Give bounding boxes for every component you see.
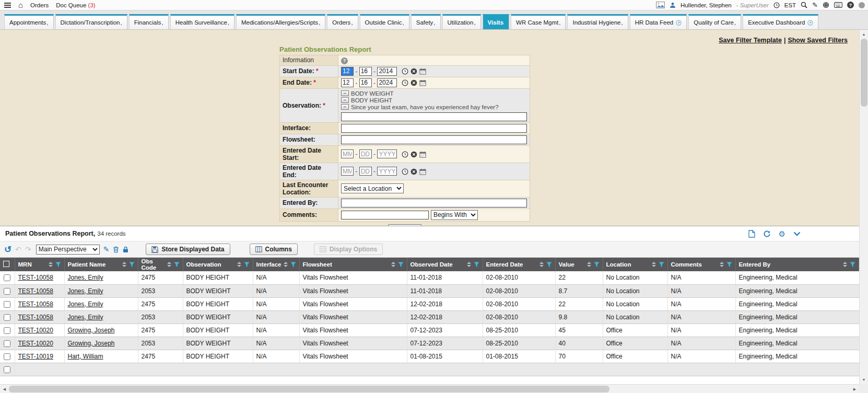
tab[interactable]: Industrial Hygiene, — [567, 14, 628, 29]
interface-input[interactable] — [341, 124, 527, 133]
save-filter-template-link[interactable]: Save Filter Template — [719, 37, 782, 44]
calendar-icon[interactable] — [419, 68, 426, 75]
end-date-month-input[interactable] — [341, 78, 354, 87]
menu-icon[interactable] — [4, 3, 11, 8]
tab[interactable]: Financials, — [129, 14, 169, 29]
current-time-icon[interactable] — [402, 79, 408, 86]
current-time-icon[interactable] — [402, 68, 408, 75]
calendar-icon[interactable] — [419, 79, 426, 86]
column-header[interactable]: Obs Code — [138, 258, 183, 271]
flowsheet-input[interactable] — [341, 135, 527, 144]
clock-icon[interactable] — [773, 2, 780, 8]
home-icon[interactable]: ⌂ — [18, 1, 23, 9]
comments-match-select[interactable]: Begins With — [431, 210, 478, 220]
remove-observation-button[interactable]: − — [341, 97, 349, 103]
refresh-icon[interactable] — [763, 230, 771, 238]
entered-date-end-year-input[interactable] — [377, 167, 397, 176]
reset-icon[interactable]: ↺ — [4, 245, 11, 254]
current-time-icon[interactable] — [402, 151, 408, 158]
patient-name-link[interactable]: Jones, Emily — [68, 287, 103, 295]
edit-perspective-icon[interactable]: ✎ — [103, 246, 110, 253]
entered-date-end-month-input[interactable] — [341, 167, 354, 176]
entered-date-end-day-input[interactable] — [359, 167, 372, 176]
redo-icon[interactable]: ↷ — [25, 246, 31, 253]
sort-icon[interactable] — [587, 262, 591, 267]
tab[interactable]: Visits — [483, 14, 509, 29]
sort-icon[interactable] — [237, 262, 241, 267]
observation-search-input[interactable] — [341, 112, 527, 121]
entered-date-start-year-input[interactable] — [377, 149, 397, 158]
mrn-link[interactable]: TEST-10058 — [18, 300, 53, 308]
tab[interactable]: HR Data Feed — [630, 14, 687, 29]
filter-funnel-icon[interactable] — [594, 262, 600, 268]
row-checkbox[interactable] — [4, 301, 10, 308]
tab[interactable]: Dictation/Transcription, — [55, 14, 127, 29]
lock-icon[interactable] — [123, 246, 128, 253]
mrn-link[interactable]: TEST-10058 — [18, 274, 53, 281]
globe-icon[interactable] — [823, 2, 829, 8]
column-header[interactable]: MRN — [15, 258, 64, 271]
tab[interactable]: Executive Dashboard — [743, 14, 818, 29]
column-header[interactable]: Value — [555, 258, 603, 271]
column-header[interactable]: Observed Date — [407, 258, 483, 271]
column-header[interactable]: Patient Name — [64, 258, 138, 271]
start-date-month-input[interactable] — [341, 67, 354, 76]
filter-funnel-icon[interactable] — [174, 262, 180, 268]
clear-date-icon[interactable] — [410, 79, 417, 86]
location-select[interactable]: Select a Location — [341, 183, 404, 193]
entered-by-input[interactable] — [341, 199, 527, 207]
mrn-link[interactable]: TEST-10019 — [18, 353, 53, 360]
filter-funnel-icon[interactable] — [129, 262, 135, 268]
column-header[interactable]: Observation — [183, 258, 253, 271]
mrn-link[interactable]: TEST-10020 — [18, 327, 53, 334]
sort-icon[interactable] — [49, 262, 53, 267]
entered-date-start-month-input[interactable] — [341, 149, 354, 158]
sort-icon[interactable] — [539, 262, 544, 267]
comments-input[interactable] — [341, 211, 429, 219]
orders-link[interactable]: Orders — [30, 2, 49, 8]
row-checkbox[interactable] — [4, 353, 10, 360]
end-date-year-input[interactable] — [377, 78, 397, 87]
row-checkbox[interactable] — [4, 327, 10, 334]
sort-icon[interactable] — [720, 262, 724, 267]
scroll-right-arrow[interactable]: ▶ — [850, 385, 859, 393]
export-document-icon[interactable] — [748, 230, 755, 238]
row-checkbox[interactable] — [4, 274, 10, 281]
calendar-icon[interactable] — [419, 151, 426, 158]
help-icon[interactable]: ? — [847, 2, 854, 8]
clear-date-icon[interactable] — [410, 151, 417, 158]
patient-name-link[interactable]: Growing, Joseph — [68, 340, 115, 347]
keyboard-icon[interactable] — [834, 2, 842, 8]
calendar-icon[interactable] — [419, 168, 426, 175]
filter-funnel-icon[interactable] — [398, 262, 404, 268]
horizontal-scrollbar[interactable]: ◀ ▶ — [0, 384, 859, 393]
store-displayed-data-button[interactable]: Store Displayed Data — [146, 244, 230, 255]
filter-funnel-icon[interactable] — [850, 262, 855, 268]
start-date-year-input[interactable] — [377, 67, 397, 76]
vertical-scroll-thumb[interactable] — [861, 39, 867, 107]
columns-button[interactable]: Columns — [250, 244, 298, 255]
tab[interactable]: Medications/Allergies/Scripts, — [236, 14, 325, 29]
sort-icon[interactable] — [843, 262, 847, 267]
patient-name-link[interactable]: Growing, Joseph — [68, 327, 115, 334]
filter-funnel-icon[interactable] — [726, 262, 732, 268]
column-header[interactable]: Flowsheet — [299, 258, 407, 271]
information-help-icon[interactable]: ? — [341, 57, 348, 64]
row-checkbox[interactable] — [4, 288, 10, 295]
end-date-day-input[interactable] — [359, 78, 372, 87]
column-header[interactable]: Comments — [667, 258, 735, 271]
delete-perspective-icon[interactable] — [113, 246, 119, 253]
show-saved-filters-link[interactable]: Show Saved Filters — [788, 37, 848, 44]
row-checkbox[interactable] — [4, 314, 10, 321]
row-checkbox[interactable] — [4, 366, 10, 373]
patient-name-link[interactable]: Jones, Emily — [68, 274, 103, 281]
user-icon[interactable] — [670, 2, 676, 8]
sort-icon[interactable] — [652, 262, 656, 267]
horizontal-scroll-thumb[interactable] — [9, 386, 609, 392]
pencil-icon[interactable]: ✎ — [812, 2, 818, 8]
mrn-link[interactable]: TEST-10058 — [18, 314, 53, 321]
tab[interactable]: Outside Clinic, — [360, 14, 409, 29]
column-header[interactable]: Location — [603, 258, 667, 271]
sort-icon[interactable] — [391, 262, 395, 267]
screenshot-image-icon[interactable] — [656, 2, 665, 8]
